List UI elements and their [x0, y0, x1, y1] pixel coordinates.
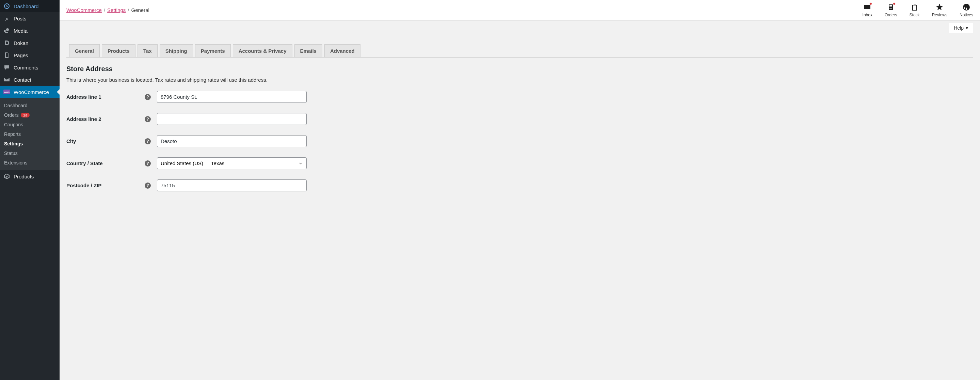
tab-payments[interactable]: Payments [195, 44, 231, 57]
woocommerce-icon: woo [3, 89, 10, 95]
settings-tabs: General Products Tax Shipping Payments A… [66, 44, 973, 57]
tab-shipping[interactable]: Shipping [160, 44, 193, 57]
submenu-item-orders[interactable]: Orders 13 [0, 110, 60, 120]
star-icon [935, 3, 943, 11]
sidebar-item-label: Dokan [14, 40, 28, 46]
top-action-stock[interactable]: Stock [910, 3, 920, 17]
sidebar-item-label: Comments [14, 65, 38, 70]
sidebar-item-label: Posts [14, 16, 27, 21]
main-content: WooCommerce / Settings / General Inbox O… [60, 0, 980, 380]
tab-products[interactable]: Products [102, 44, 135, 57]
woocommerce-submenu: Dashboard Orders 13 Coupons Reports Sett… [0, 98, 60, 170]
comments-icon [3, 64, 10, 71]
wordpress-icon [962, 3, 970, 11]
tab-general[interactable]: General [69, 44, 100, 57]
address2-input[interactable] [157, 113, 307, 125]
triangle-down-icon: ▾ [966, 25, 968, 31]
orders-icon [887, 3, 895, 11]
address2-label: Address line 2 [66, 116, 145, 122]
products-icon [3, 173, 10, 180]
section-description: This is where your business is located. … [66, 77, 973, 83]
sidebar-item-dokan[interactable]: Dokan [0, 37, 60, 49]
breadcrumb-woocommerce[interactable]: WooCommerce [66, 7, 102, 13]
sidebar-item-media[interactable]: Media [0, 24, 60, 37]
city-label: City [66, 138, 145, 144]
top-action-inbox[interactable]: Inbox [862, 3, 872, 17]
pages-icon [3, 52, 10, 59]
sidebar-item-label: Contact [14, 77, 31, 83]
sidebar-item-label: Pages [14, 52, 28, 58]
breadcrumb-current: General [131, 7, 149, 13]
sidebar-item-label: Media [14, 28, 27, 34]
country-state-select[interactable]: United States (US) — Texas [157, 157, 307, 169]
section-title: Store Address [66, 65, 973, 73]
sidebar-item-products[interactable]: Products [0, 170, 60, 183]
tab-advanced[interactable]: Advanced [325, 44, 361, 57]
sidebar-item-label: WooCommerce [14, 89, 49, 95]
top-action-reviews[interactable]: Reviews [932, 3, 947, 17]
sidebar-item-posts[interactable]: Posts [0, 12, 60, 24]
sidebar-item-comments[interactable]: Comments [0, 61, 60, 73]
inbox-icon [863, 3, 872, 11]
help-icon[interactable]: ? [145, 116, 151, 122]
address1-input[interactable] [157, 91, 307, 103]
sidebar-item-woocommerce[interactable]: woo WooCommerce [0, 86, 60, 98]
top-action-notices[interactable]: Notices [959, 3, 973, 17]
topbar: WooCommerce / Settings / General Inbox O… [60, 0, 980, 21]
notification-dot [893, 2, 896, 5]
submenu-item-reports[interactable]: Reports [0, 129, 60, 139]
submenu-item-status[interactable]: Status [0, 148, 60, 158]
dashboard-icon [3, 3, 10, 10]
breadcrumb-settings[interactable]: Settings [107, 7, 126, 13]
top-actions: Inbox Orders Stock Reviews Notices [862, 3, 973, 17]
help-icon[interactable]: ? [145, 138, 151, 145]
sidebar-item-dashboard[interactable]: Dashboard [0, 0, 60, 12]
sidebar-item-contact[interactable]: Contact [0, 73, 60, 86]
select-value: United States (US) — Texas [161, 161, 224, 166]
postcode-label: Postcode / ZIP [66, 183, 145, 188]
media-icon [3, 27, 10, 34]
submenu-item-settings[interactable]: Settings [0, 139, 60, 148]
help-icon[interactable]: ? [145, 161, 151, 167]
submenu-item-dashboard[interactable]: Dashboard [0, 101, 60, 110]
settings-form: Address line 1 ? Address line 2 ? City ?… [66, 91, 973, 191]
stock-icon [910, 3, 919, 11]
tab-emails[interactable]: Emails [294, 44, 322, 57]
pin-icon [3, 15, 10, 22]
admin-sidebar: Dashboard Posts Media Dokan Pages Commen… [0, 0, 60, 380]
postcode-input[interactable] [157, 180, 307, 191]
sidebar-item-pages[interactable]: Pages [0, 49, 60, 61]
breadcrumb: WooCommerce / Settings / General [66, 7, 150, 13]
mail-icon [3, 76, 10, 83]
submenu-item-extensions[interactable]: Extensions [0, 158, 60, 167]
content-area: Help ▾ General Products Tax Shipping Pay… [60, 21, 980, 208]
help-tab[interactable]: Help ▾ [949, 23, 973, 33]
tab-accounts[interactable]: Accounts & Privacy [233, 44, 293, 57]
dokan-icon [3, 40, 10, 46]
sidebar-item-label: Dashboard [14, 3, 38, 9]
notification-dot [869, 2, 872, 5]
chevron-down-icon [298, 161, 303, 166]
sidebar-item-label: Products [14, 174, 34, 180]
country-label: Country / State [66, 161, 145, 166]
orders-count-badge: 13 [21, 113, 30, 118]
submenu-item-coupons[interactable]: Coupons [0, 120, 60, 129]
tab-tax[interactable]: Tax [137, 44, 158, 57]
top-action-orders[interactable]: Orders [885, 3, 897, 17]
address1-label: Address line 1 [66, 94, 145, 100]
help-icon[interactable]: ? [145, 183, 151, 189]
city-input[interactable] [157, 135, 307, 147]
help-icon[interactable]: ? [145, 94, 151, 100]
